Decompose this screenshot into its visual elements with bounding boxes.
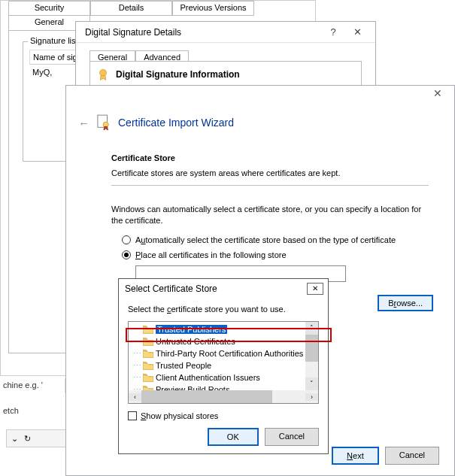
folder-icon: [143, 326, 153, 334]
dsd-titlebar: Digital Signature Details ? ✕: [76, 22, 375, 43]
tab-previous-versions[interactable]: Previous Versions: [172, 1, 254, 16]
close-icon[interactable]: ✕: [345, 26, 369, 38]
scroll-up-icon[interactable]: ˄: [305, 322, 318, 335]
scs-titlebar: Select Certificate Store ✕: [119, 279, 328, 299]
wizard-header: ← Certificate Import Wizard: [78, 114, 234, 131]
tree-line-icon: ⋯: [132, 337, 141, 347]
back-arrow-icon[interactable]: ←: [78, 117, 89, 129]
tree-item-trusted-publishers[interactable]: ⋯ Trusted Publishers: [132, 323, 318, 335]
radio-auto-select[interactable]: Automatically select the certificate sto…: [122, 235, 429, 244]
scroll-thumb[interactable]: [141, 390, 272, 403]
background-text-fragment: etch: [0, 403, 68, 418]
chevron-down-icon[interactable]: ⌄: [11, 434, 18, 444]
wizard-section-desc: Certificate stores are system areas wher…: [111, 168, 429, 177]
vertical-scrollbar[interactable]: ˄ ˅: [305, 322, 318, 390]
scs-buttons: OK Cancel: [119, 420, 328, 446]
signature-list-title: Signature list: [28, 36, 80, 45]
digital-signature-details-dialog: Digital Signature Details ? ✕ General Ad…: [75, 21, 376, 89]
folder-icon: [143, 350, 153, 358]
scroll-left-icon[interactable]: ‹: [129, 393, 141, 401]
background-text-fragment: chine e.g. ': [0, 378, 65, 393]
scs-description: Select the certificate store you want to…: [119, 299, 328, 321]
tree-line-icon: ⋯: [132, 373, 141, 383]
radio-icon: [122, 235, 131, 244]
tab-security[interactable]: Security: [8, 1, 90, 16]
certificate-icon: [97, 114, 111, 131]
folder-icon: [143, 374, 153, 382]
browse-button[interactable]: Browse...: [378, 295, 433, 311]
tree-line-icon: ⋯: [132, 361, 141, 371]
divider: [111, 185, 429, 186]
tree-item-trusted-people[interactable]: ⋯ Trusted People: [132, 359, 318, 371]
wizard-title: Certificate Import Wizard: [118, 117, 234, 129]
wizard-footer: Next Cancel: [332, 447, 439, 465]
svg-point-0: [100, 69, 107, 76]
tree-item-untrusted-certificates[interactable]: ⋯ Untrusted Certificates: [132, 335, 318, 347]
tab-details[interactable]: Details: [90, 1, 172, 16]
tree-item-client-auth-issuers[interactable]: ⋯ Client Authentication Issuers: [132, 371, 318, 384]
certificate-ribbon-icon: [96, 68, 110, 81]
show-physical-stores-checkbox[interactable]: Show physical stores: [128, 411, 319, 420]
radio-place-label: Place all certificates in the following …: [135, 250, 287, 259]
horizontal-scrollbar[interactable]: ‹ ›: [129, 390, 318, 403]
next-button[interactable]: Next: [332, 447, 379, 465]
show-physical-stores-label: Show physical stores: [141, 411, 218, 420]
dsd-title: Digital Signature Details: [82, 27, 321, 38]
help-icon[interactable]: ?: [321, 26, 345, 38]
folder-icon: [143, 338, 153, 346]
close-icon[interactable]: ✕: [307, 283, 323, 295]
scroll-thumb[interactable]: [305, 335, 318, 362]
tree-item-third-party-root[interactable]: ⋯ Third-Party Root Certification Authori…: [132, 347, 318, 359]
cancel-button[interactable]: Cancel: [385, 447, 439, 465]
tree-line-icon: ⋯: [132, 325, 141, 335]
dsd-info-text: Digital Signature Information: [116, 69, 240, 80]
close-icon[interactable]: ✕: [421, 86, 454, 104]
redo-icon[interactable]: ↻: [24, 434, 31, 444]
radio-auto-label: Automatically select the certificate sto…: [135, 235, 396, 244]
scs-title: Select Certificate Store: [125, 283, 307, 294]
cancel-button[interactable]: Cancel: [265, 428, 319, 446]
certificate-store-tree[interactable]: ⋯ Trusted Publishers ⋯ Untrusted Certifi…: [128, 321, 319, 404]
radio-icon: [122, 250, 131, 259]
radio-place-all[interactable]: Place all certificates in the following …: [122, 250, 429, 259]
ok-button[interactable]: OK: [208, 428, 259, 446]
wizard-paragraph: Windows can automatically select a certi…: [111, 204, 429, 226]
select-certificate-store-dialog: Select Certificate Store ✕ Select the ce…: [118, 278, 329, 454]
folder-icon: [143, 362, 153, 370]
tree-line-icon: ⋯: [132, 349, 141, 359]
wizard-section-title: Certificate Store: [111, 153, 429, 162]
checkbox-icon: [128, 411, 137, 420]
wizard-body: Certificate Store Certificate stores are…: [111, 153, 429, 282]
dsd-info-heading: Digital Signature Information: [96, 65, 355, 81]
scroll-down-icon[interactable]: ˅: [305, 377, 318, 390]
scroll-right-icon[interactable]: ›: [305, 393, 318, 401]
background-toolbar-fragment: ⌄ ↻: [6, 429, 71, 447]
